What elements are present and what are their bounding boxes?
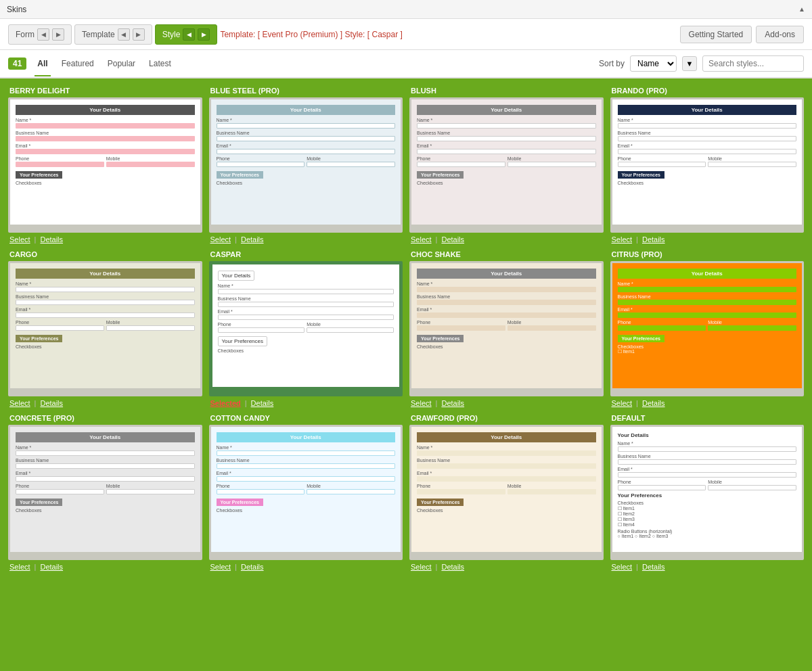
skin-divider-cargo: | xyxy=(35,399,37,407)
skin-divider-blue-steel: | xyxy=(235,235,237,244)
skin-title-choc-shake: CHOC SHAKE xyxy=(409,250,604,258)
skin-title-blush: BLUSH xyxy=(409,87,604,95)
skin-actions-berry-delight: Select | Details xyxy=(8,233,202,244)
skins-grid-area: BERRY DELIGHT Your Details Name * Busine… xyxy=(0,78,812,671)
skin-divider-choc-shake: | xyxy=(436,399,438,407)
skin-preview-citrus: Your Details Name * Business Name Email … xyxy=(610,261,805,396)
skin-details-caspar[interactable]: Details xyxy=(251,399,274,407)
skin-actions-brando: Select | Details xyxy=(610,233,805,244)
skin-divider-brando: | xyxy=(636,235,638,244)
title-bar: Skins ▲ xyxy=(0,0,812,19)
tab-template[interactable]: Template ◀ ▶ xyxy=(74,24,152,45)
skin-divider-default: | xyxy=(636,563,638,571)
template-info: Template: [ Event Pro (Premium) ] Style:… xyxy=(220,30,402,39)
tab-style-label: Style xyxy=(162,30,181,39)
skin-select-blue-steel[interactable]: Select xyxy=(210,235,231,244)
skin-preview-caspar: Your Details Name * Business Name Email … xyxy=(209,261,403,396)
skin-card-crawford: CRAWFORD (PRO) Your Details Name * Busin… xyxy=(409,414,604,571)
tab-style[interactable]: Style ◀ ▶ xyxy=(155,24,218,45)
skin-details-default[interactable]: Details xyxy=(642,563,665,571)
skin-details-blue-steel[interactable]: Details xyxy=(241,235,264,244)
skin-select-crawford[interactable]: Select xyxy=(411,563,432,571)
skin-preview-brando: Your Details Name * Business Name Email … xyxy=(610,97,805,233)
sort-select[interactable]: Name Date Rating xyxy=(630,55,677,72)
skin-details-berry-delight[interactable]: Details xyxy=(40,235,63,244)
addons-button[interactable]: Add-ons xyxy=(756,26,804,43)
skin-actions-cotton-candy: Select | Details xyxy=(209,560,403,571)
sort-direction-button[interactable]: ▼ xyxy=(682,56,697,71)
skin-preview-choc-shake: Your Details Name * Business Name Email … xyxy=(409,261,604,396)
skin-card-choc-shake: CHOC SHAKE Your Details Name * Business … xyxy=(409,250,604,407)
skin-title-berry-delight: BERRY DELIGHT xyxy=(8,87,202,95)
skin-title-cotton-candy: COTTON CANDY xyxy=(209,414,403,422)
skin-card-concrete: CONCRETE (PRO) Your Details Name * Busin… xyxy=(8,414,202,571)
skin-actions-cargo: Select | Details xyxy=(8,396,202,407)
skin-preview-crawford: Your Details Name * Business Name Email … xyxy=(409,425,604,560)
skin-divider-citrus: | xyxy=(636,399,638,407)
skin-details-choc-shake[interactable]: Details xyxy=(441,399,464,407)
skin-card-caspar: CASPAR Your Details Name * Business Name… xyxy=(209,250,403,407)
skin-select-brando[interactable]: Select xyxy=(612,235,633,244)
skin-details-cargo[interactable]: Details xyxy=(40,399,63,407)
form-nav-prev[interactable]: ◀ xyxy=(37,28,49,41)
tab-form[interactable]: Form ◀ ▶ xyxy=(8,24,72,45)
template-nav-next[interactable]: ▶ xyxy=(133,28,145,41)
skin-preview-default: Your Details Name * Business Name Email … xyxy=(610,425,805,560)
skin-card-cotton-candy: COTTON CANDY Your Details Name * Busines… xyxy=(209,414,403,571)
skin-select-blush[interactable]: Select xyxy=(411,235,432,244)
search-input[interactable] xyxy=(702,55,804,72)
style-nav-next[interactable]: ▶ xyxy=(198,28,210,41)
skin-select-concrete[interactable]: Select xyxy=(9,563,30,571)
skin-actions-choc-shake: Select | Details xyxy=(409,396,604,407)
getting-started-button[interactable]: Getting Started xyxy=(680,26,752,43)
skin-actions-caspar: Selected | Details xyxy=(209,396,403,407)
skin-select-default[interactable]: Select xyxy=(612,563,633,571)
skin-title-cargo: CARGO xyxy=(8,250,202,258)
filter-tab-all[interactable]: All xyxy=(35,52,50,76)
skin-title-default: DEFAULT xyxy=(610,414,805,422)
skin-preview-blue-steel: Your Details Name * Business Name Email … xyxy=(209,97,403,233)
tab-template-label: Template xyxy=(82,30,115,39)
tab-form-label: Form xyxy=(16,30,35,39)
skin-divider-caspar: | xyxy=(245,399,247,407)
skin-select-cargo[interactable]: Select xyxy=(9,399,30,407)
skin-actions-default: Select | Details xyxy=(610,560,805,571)
filter-bar: 41 All Featured Popular Latest Sort by N… xyxy=(0,50,812,78)
skin-details-brando[interactable]: Details xyxy=(642,235,665,244)
skin-details-concrete[interactable]: Details xyxy=(40,563,63,571)
sort-label: Sort by xyxy=(599,59,625,68)
collapse-icon[interactable]: ▲ xyxy=(798,5,805,13)
skin-actions-crawford: Select | Details xyxy=(409,560,604,571)
skin-actions-blush: Select | Details xyxy=(409,233,604,244)
skin-select-berry-delight[interactable]: Select xyxy=(9,235,30,244)
skin-actions-concrete: Select | Details xyxy=(8,560,202,571)
count-badge: 41 xyxy=(8,57,26,70)
skin-details-blush[interactable]: Details xyxy=(441,235,464,244)
skin-card-cargo: CARGO Your Details Name * Business Name … xyxy=(8,250,202,407)
skin-card-citrus: CITRUS (PRO) Your Details Name * Busines… xyxy=(610,250,805,407)
filter-tab-latest[interactable]: Latest xyxy=(146,52,174,76)
skin-preview-cotton-candy: Your Details Name * Business Name Email … xyxy=(209,425,403,560)
style-nav-prev[interactable]: ◀ xyxy=(183,28,195,41)
template-nav-prev[interactable]: ◀ xyxy=(118,28,130,41)
skin-details-cotton-candy[interactable]: Details xyxy=(241,563,264,571)
skin-details-crawford[interactable]: Details xyxy=(441,563,464,571)
filter-tabs: 41 All Featured Popular Latest xyxy=(8,52,174,75)
skin-card-blue-steel: BLUE STEEL (PRO) Your Details Name * Bus… xyxy=(209,87,403,244)
skin-preview-cargo: Your Details Name * Business Name Email … xyxy=(8,261,202,396)
form-nav-next[interactable]: ▶ xyxy=(52,28,64,41)
skin-card-blush: BLUSH Your Details Name * Business Name … xyxy=(409,87,604,244)
skin-preview-berry-delight: Your Details Name * Business Name Email … xyxy=(8,97,202,233)
skin-preview-blush: Your Details Name * Business Name Email … xyxy=(409,97,604,233)
skin-select-cotton-candy[interactable]: Select xyxy=(210,563,231,571)
skin-details-citrus[interactable]: Details xyxy=(642,399,665,407)
skin-select-citrus[interactable]: Select xyxy=(612,399,633,407)
skin-select-choc-shake[interactable]: Select xyxy=(411,399,432,407)
filter-tab-popular[interactable]: Popular xyxy=(105,52,138,76)
skin-divider-berry-delight: | xyxy=(35,235,37,244)
filter-sort: Sort by Name Date Rating ▼ xyxy=(599,55,804,72)
skin-title-caspar: CASPAR xyxy=(209,250,403,258)
skin-card-berry-delight: BERRY DELIGHT Your Details Name * Busine… xyxy=(8,87,202,244)
filter-tab-featured[interactable]: Featured xyxy=(59,52,97,76)
skin-select-caspar[interactable]: Selected xyxy=(210,399,241,407)
